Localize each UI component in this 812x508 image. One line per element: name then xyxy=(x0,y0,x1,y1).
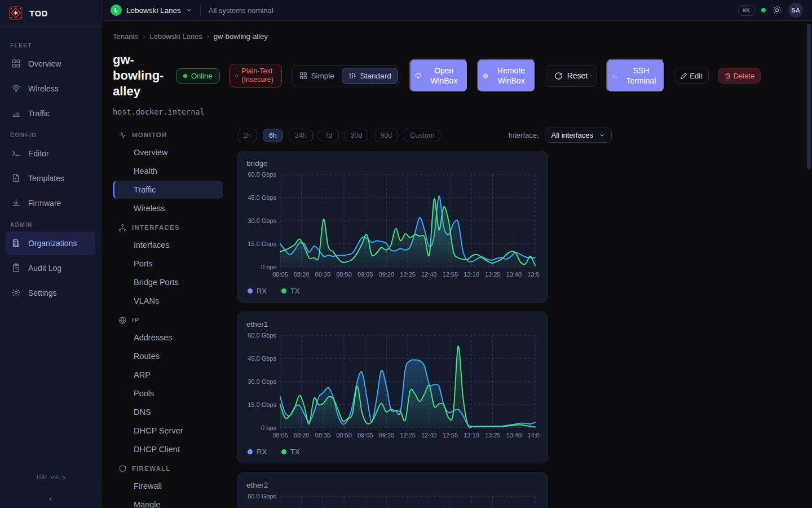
breadcrumb: Tenants›Lebowski Lanes›gw-bowling-alley xyxy=(113,32,812,41)
svg-text:12:55: 12:55 xyxy=(443,271,458,278)
building-icon xyxy=(11,238,21,248)
sliders-icon xyxy=(348,72,356,80)
subnav-item-routes[interactable]: Routes xyxy=(113,347,223,365)
subnav-section-monitor: MONITOR xyxy=(113,125,223,143)
svg-text:12:25: 12:25 xyxy=(400,271,416,278)
subnav-item-overview[interactable]: Overview xyxy=(113,143,223,161)
command-palette-shortcut[interactable]: ⌘K xyxy=(738,5,754,16)
subnav-item-ports[interactable]: Ports xyxy=(113,255,223,273)
svg-text:13:55: 13:55 xyxy=(527,271,540,278)
tenant-switcher[interactable]: L Lebowski Lanes xyxy=(111,5,192,16)
unlock-slash-icon xyxy=(235,73,239,79)
chart-card-ether2: ether260.0 Gbps45.0 Gbps30.0 Gbps15.0 Gb… xyxy=(237,472,548,508)
range-pill-custom[interactable]: Custom xyxy=(404,129,440,142)
legend-item-tx: TX xyxy=(281,448,300,456)
edit-button[interactable]: Edit xyxy=(674,68,708,84)
subnav-item-bridge-ports[interactable]: Bridge Ports xyxy=(113,273,223,291)
svg-text:0 bps: 0 bps xyxy=(261,264,276,270)
view-mode-standard[interactable]: Standard xyxy=(342,68,398,84)
user-avatar[interactable]: SA xyxy=(788,3,803,17)
range-pill-7d[interactable]: 7d xyxy=(319,129,339,142)
sidebar-item-label: Editor xyxy=(28,149,49,158)
sidebar-item-settings[interactable]: Settings xyxy=(6,281,95,305)
chevron-right-icon: › xyxy=(207,33,209,41)
file-icon xyxy=(11,173,21,183)
subnav-item-health[interactable]: Health xyxy=(113,162,223,180)
svg-text:13:10: 13:10 xyxy=(464,432,479,439)
chart-plot: 60.0 Gbps45.0 Gbps30.0 Gbps15.0 Gbps0 bp… xyxy=(246,170,540,281)
sidebar-item-editor[interactable]: Editor xyxy=(6,142,95,165)
subnav-item-traffic[interactable]: Traffic xyxy=(113,181,223,199)
interface-select[interactable]: All interfaces xyxy=(545,128,612,143)
sidebar-section-label: CONFIG xyxy=(6,126,95,142)
subnav-item-mangle[interactable]: Mangle xyxy=(113,496,223,508)
svg-text:12:40: 12:40 xyxy=(421,432,437,439)
subnav-item-arp[interactable]: ARP xyxy=(113,366,223,384)
view-mode-simple[interactable]: Simple xyxy=(293,68,341,84)
legend-dot-icon xyxy=(281,288,286,294)
subnav-item-dhcp-server[interactable]: DHCP Server xyxy=(113,422,223,440)
sidebar-item-organizations[interactable]: Organizations xyxy=(6,231,95,255)
legend-dot-icon xyxy=(248,449,253,454)
svg-text:13:40: 13:40 xyxy=(506,432,522,439)
subnav-item-dhcp-client[interactable]: DHCP Client xyxy=(113,440,223,458)
view-mode-segmented-control: Simple Standard xyxy=(291,65,400,86)
svg-text:15.0 Gbps: 15.0 Gbps xyxy=(248,401,276,408)
svg-text:08:20: 08:20 xyxy=(294,271,310,278)
subnav-item-dns[interactable]: DNS xyxy=(113,403,223,421)
range-pill-24h[interactable]: 24h xyxy=(289,129,313,142)
sidebar-item-firmware[interactable]: Firmware xyxy=(6,191,95,215)
range-pill-90d[interactable]: 90d xyxy=(374,129,398,142)
security-badge-insecure: Plain-Text (Insecure) xyxy=(229,64,282,87)
breadcrumb-item[interactable]: Tenants xyxy=(113,32,139,41)
open-winbox-button[interactable]: Open WinBox xyxy=(409,59,468,93)
sidebar-item-overview[interactable]: Overview xyxy=(6,52,95,76)
page-title: gw-bowling-alley xyxy=(113,52,167,99)
svg-text:13:25: 13:25 xyxy=(485,271,501,278)
sidebar-item-wireless[interactable]: Wireless xyxy=(6,77,95,100)
range-pill-30d[interactable]: 30d xyxy=(345,129,369,142)
brand-name: TOD xyxy=(29,8,48,18)
remote-winbox-button[interactable]: Remote WinBox xyxy=(477,59,536,93)
shield-icon xyxy=(118,464,127,472)
ssh-terminal-button[interactable]: SSH Terminal xyxy=(606,59,665,93)
theme-toggle-button[interactable] xyxy=(773,6,782,15)
legend-dot-icon xyxy=(248,288,253,294)
sidebar-collapse-button[interactable]: ‹ xyxy=(0,488,101,508)
chart-card-ether1: ether160.0 Gbps45.0 Gbps30.0 Gbps15.0 Gb… xyxy=(237,312,548,463)
subnav-item-interfaces[interactable]: Interfaces xyxy=(113,236,223,254)
status-badge-online: Online xyxy=(176,68,220,84)
subnav-section-interfaces: INTERFACES xyxy=(113,218,223,235)
chart-card-bridge: bridge60.0 Gbps45.0 Gbps30.0 Gbps15.0 Gb… xyxy=(237,151,548,303)
subnav-item-pools[interactable]: Pools xyxy=(113,384,223,402)
sidebar-item-label: Templates xyxy=(28,174,64,183)
subnav-item-firewall[interactable]: Firewall xyxy=(113,477,223,495)
range-pill-6h[interactable]: 6h xyxy=(263,129,283,142)
subnav-item-addresses[interactable]: Addresses xyxy=(113,329,223,347)
sidebar-item-label: Traffic xyxy=(28,109,50,118)
breadcrumb-item: gw-bowling-alley xyxy=(214,32,268,41)
vertical-scrollbar[interactable] xyxy=(807,24,811,169)
breadcrumb-item[interactable]: Lebowski Lanes xyxy=(150,32,202,41)
legend-dot-icon xyxy=(281,449,286,454)
delete-button[interactable]: Delete xyxy=(718,68,761,84)
subnav-item-wireless[interactable]: Wireless xyxy=(113,199,223,217)
sidebar-item-templates[interactable]: Templates xyxy=(6,167,95,190)
topbar: L Lebowski Lanes All systems nominal ⌘K … xyxy=(102,0,812,21)
chart-legend: RXTX xyxy=(246,287,539,295)
subnav-item-vlans[interactable]: VLANs xyxy=(113,292,223,310)
app-version: TOD v9.5 xyxy=(0,474,101,488)
reset-button[interactable]: Reset xyxy=(545,65,598,87)
sidebar-item-traffic[interactable]: Traffic xyxy=(6,102,95,125)
svg-text:45.0 Gbps: 45.0 Gbps xyxy=(248,355,276,362)
chart-plot: 60.0 Gbps45.0 Gbps30.0 Gbps15.0 Gbps0 bp… xyxy=(246,331,540,441)
brand: TOD xyxy=(0,0,101,27)
svg-text:08:05: 08:05 xyxy=(272,271,288,278)
sidebar-item-audit-log[interactable]: Audit Log xyxy=(6,256,95,280)
chevron-right-icon: › xyxy=(143,33,145,41)
svg-text:0 bps: 0 bps xyxy=(261,424,276,431)
svg-text:09:20: 09:20 xyxy=(379,271,395,278)
svg-text:60.0 Gbps: 60.0 Gbps xyxy=(248,332,276,339)
range-pill-1h[interactable]: 1h xyxy=(237,129,257,142)
terminal-icon xyxy=(11,148,21,159)
